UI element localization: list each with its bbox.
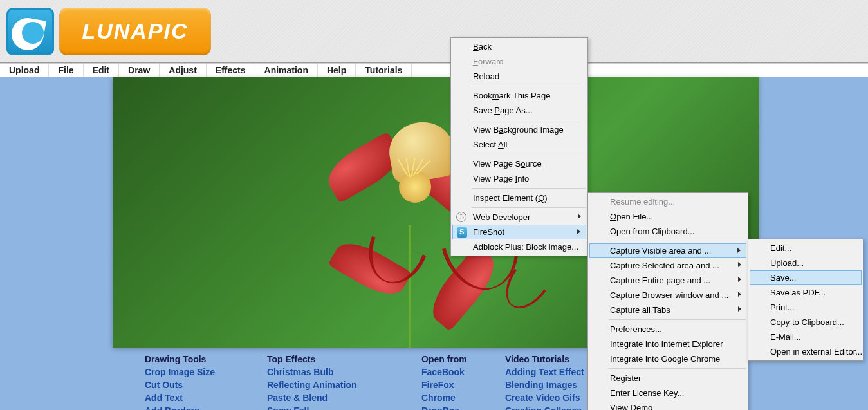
link-dropbox[interactable]: DropBox [421, 404, 505, 410]
header: LUNAPIC [0, 0, 868, 63]
menu-item-view-page-info[interactable]: View Page Info [452, 171, 586, 186]
menu-item-capture-visible-area-and[interactable]: Capture Visible area and ... [589, 243, 746, 258]
link-column: Open fromFaceBookFireFoxChromeDropBox [421, 354, 505, 410]
context-menu-browser: BackForwardReloadBookmark This PageSave … [450, 37, 588, 256]
menu-item-bookmark-this-page[interactable]: Bookmark This Page [452, 88, 586, 103]
menu-effects[interactable]: Effects [207, 64, 255, 77]
menu-item-e-mail[interactable]: E-Mail... [750, 330, 862, 344]
link-reflecting-animation[interactable]: Reflecting Animation [267, 378, 421, 391]
menu-item-forward: Forward [452, 54, 586, 69]
menu-item-view-page-source[interactable]: View Page Source [452, 156, 586, 171]
link-column: Drawing ToolsCrop Image SizeCut OutsAdd … [145, 354, 267, 410]
chevron-right-icon [738, 277, 741, 282]
chevron-right-icon [738, 262, 741, 267]
menu-item-view-demo[interactable]: View Demo [589, 400, 746, 410]
menu-animation[interactable]: Animation [255, 64, 318, 77]
logo-text: LUNAPIC [59, 8, 211, 55]
menu-item-register[interactable]: Register [589, 371, 746, 386]
link-columns: Drawing ToolsCrop Image SizeCut OutsAdd … [145, 354, 621, 410]
fs-icon [457, 227, 467, 238]
chevron-right-icon [577, 229, 580, 234]
chevron-right-icon [578, 214, 581, 219]
menu-item-save[interactable]: Save... [750, 270, 862, 285]
menu-item-fireshot[interactable]: FireShot [452, 225, 586, 239]
menu-item-inspect-element-q[interactable]: Inspect Element (Q) [452, 191, 586, 205]
menu-item-integrate-into-internet-explorer[interactable]: Integrate into Internet Explorer [589, 337, 746, 351]
menu-item-view-background-image[interactable]: View Background Image [452, 122, 586, 137]
menu-item-upload[interactable]: Upload... [750, 256, 862, 270]
menu-item-edit[interactable]: Edit... [750, 241, 862, 256]
gear-icon [456, 212, 466, 222]
logo-icon [6, 8, 54, 55]
link-add-text[interactable]: Add Text [145, 391, 267, 404]
menu-item-select-all[interactable]: Select All [452, 137, 586, 152]
menu-item-save-page-as[interactable]: Save Page As... [452, 103, 586, 118]
menu-item-capture-all-tabs[interactable]: Capture all Tabs [589, 303, 746, 317]
menu-item-capture-browser-window-and[interactable]: Capture Browser window and ... [589, 288, 746, 303]
menu-upload[interactable]: Upload [0, 64, 49, 77]
link-cut-outs[interactable]: Cut Outs [145, 378, 267, 391]
link-facebook[interactable]: FaceBook [421, 366, 505, 378]
menu-item-integrate-into-google-chrome[interactable]: Integrate into Google Chrome [589, 351, 746, 366]
menu-help[interactable]: Help [318, 64, 356, 77]
link-crop-image-size[interactable]: Crop Image Size [145, 366, 267, 378]
menu-item-reload[interactable]: Reload [452, 69, 586, 84]
menu-tutorials[interactable]: Tutorials [356, 64, 412, 77]
link-chrome[interactable]: Chrome [421, 391, 505, 404]
link-paste-blend[interactable]: Paste & Blend [267, 391, 421, 404]
menu-item-open-in-external-editor[interactable]: Open in external Editor... [750, 344, 862, 359]
link-firefox[interactable]: FireFox [421, 378, 505, 391]
menu-item-capture-selected-area-and[interactable]: Capture Selected area and ... [589, 258, 746, 273]
link-christmas-bulb[interactable]: Christmas Bulb [267, 366, 421, 378]
menu-item-preferences[interactable]: Preferences... [589, 322, 746, 337]
logo[interactable]: LUNAPIC [6, 8, 211, 55]
menu-file[interactable]: File [49, 64, 83, 77]
link-column: Top EffectsChristmas BulbReflecting Anim… [267, 354, 421, 410]
menu-item-resume-editing: Resume editing... [589, 194, 746, 209]
menu-item-print[interactable]: Print... [750, 300, 862, 315]
menu-item-capture-entire-page-and[interactable]: Capture Entire page and ... [589, 273, 746, 288]
menu-item-back[interactable]: Back [452, 39, 586, 54]
chevron-right-icon [738, 306, 741, 312]
menu-item-copy-to-clipboard[interactable]: Copy to Clipboard... [750, 315, 862, 330]
menu-draw[interactable]: Draw [119, 64, 160, 77]
chevron-right-icon [737, 248, 741, 253]
chevron-right-icon [738, 292, 741, 297]
menu-adjust[interactable]: Adjust [160, 64, 207, 77]
menu-item-adblock-plus-block-image[interactable]: Adblock Plus: Block image... [452, 239, 586, 254]
menu-item-open-file[interactable]: Open File... [589, 209, 746, 224]
menu-item-web-developer[interactable]: Web Developer [452, 210, 586, 225]
context-menu-capture: Edit...Upload...Save...Save as PDF...Pri… [748, 239, 863, 361]
menu-item-open-from-clipboard[interactable]: Open from Clipboard... [589, 224, 746, 239]
column-title: Drawing Tools [145, 354, 267, 364]
context-menu-fireshot: Resume editing...Open File...Open from C… [587, 192, 748, 410]
menu-edit[interactable]: Edit [84, 64, 119, 77]
link-add-borders[interactable]: Add Borders [145, 404, 267, 410]
link-snow-fall[interactable]: Snow Fall [267, 404, 421, 410]
menu-item-save-as-pdf[interactable]: Save as PDF... [750, 285, 862, 300]
column-title: Top Effects [267, 354, 421, 364]
column-title: Open from [421, 354, 505, 364]
menubar: UploadFileEditDrawAdjustEffectsAnimation… [0, 63, 868, 77]
menu-item-enter-license-key[interactable]: Enter License Key... [589, 386, 746, 400]
